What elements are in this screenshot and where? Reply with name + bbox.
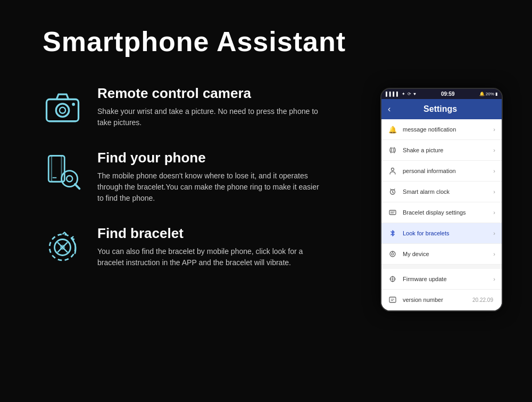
feature-phone-text: Find your phone The mobile phone doesn't… — [97, 150, 319, 204]
signal-icons: ▌▌▌▌ ✦ ⟳ ♥ — [386, 92, 417, 96]
settings-list: 🔔 message notification › Shake a picture… — [381, 119, 502, 310]
feature-phone: Find your phone The mobile phone doesn't… — [43, 150, 319, 204]
display-label: Bracelet display settings — [403, 209, 493, 216]
svg-rect-20 — [389, 210, 396, 215]
notification-icon: 🔔 — [388, 125, 397, 134]
firmware-label: Firmware update — [403, 276, 493, 282]
svg-point-9 — [66, 176, 72, 182]
feature-camera: Remote control camera Shake your wrist a… — [43, 85, 319, 128]
page-title: Smartphone Assistant — [43, 26, 346, 58]
feature-bracelet-text: Find bracelet You can also find the brac… — [97, 225, 319, 268]
settings-item-look-bracelets[interactable]: Look for bracelets › — [381, 223, 502, 244]
svg-line-18 — [390, 189, 392, 190]
svg-line-8 — [75, 184, 79, 188]
display-arrow: › — [493, 209, 495, 216]
status-bar-right: 🔔 20% ▮ — [479, 92, 497, 96]
device-arrow: › — [493, 251, 495, 257]
status-bar-left: ▌▌▌▌ ✦ ⟳ ♥ — [386, 92, 417, 96]
shake-arrow: › — [493, 147, 495, 153]
look-bracelets-label: Look for bracelets — [403, 230, 493, 236]
bracelet-icon — [43, 227, 82, 267]
version-value: 20.22.09 — [472, 297, 493, 303]
settings-item-alarm[interactable]: Smart alarm clock › — [381, 182, 502, 202]
svg-rect-13 — [392, 148, 394, 152]
svg-point-14 — [392, 168, 394, 171]
device-icon — [388, 249, 397, 259]
settings-item-firmware[interactable]: Firmware update › — [381, 269, 502, 290]
look-bracelets-arrow: › — [493, 230, 495, 236]
personal-icon — [388, 166, 397, 176]
feature-bracelet-description: You can also find the bracelet by mobile… — [97, 246, 319, 268]
feature-phone-description: The mobile phone doesn't know where to l… — [97, 170, 319, 204]
settings-header: ‹ Settings — [381, 99, 502, 119]
settings-item-shake[interactable]: Shake a picture › — [381, 140, 502, 161]
phone-icon — [43, 152, 82, 192]
phone-status-bar: ▌▌▌▌ ✦ ⟳ ♥ 09:59 🔔 20% ▮ — [381, 89, 502, 99]
shake-icon — [388, 145, 397, 155]
svg-point-2 — [60, 108, 65, 113]
settings-item-device[interactable]: My device › — [381, 244, 502, 265]
status-time: 09:59 — [441, 91, 455, 97]
bluetooth-icon — [388, 228, 397, 238]
feature-bracelet: Find bracelet You can also find the brac… — [43, 225, 319, 268]
alarm-label: Smart alarm clock — [403, 188, 493, 195]
settings-item-display[interactable]: Bracelet display settings › — [381, 202, 502, 223]
features-section: Remote control camera Shake your wrist a… — [43, 85, 319, 290]
display-icon — [388, 208, 397, 217]
notification-arrow: › — [493, 126, 495, 133]
back-button[interactable]: ‹ — [388, 104, 390, 114]
svg-rect-0 — [47, 100, 79, 121]
device-label: My device — [403, 251, 493, 257]
svg-rect-32 — [389, 297, 396, 302]
feature-camera-description: Shake your wrist and take a picture. No … — [97, 106, 319, 128]
personal-arrow: › — [493, 168, 495, 174]
settings-title: Settings — [396, 104, 485, 114]
firmware-arrow: › — [493, 276, 495, 282]
notification-label: message notification — [403, 126, 493, 133]
feature-bracelet-heading: Find bracelet — [97, 225, 319, 242]
shake-label: Shake a picture — [403, 147, 493, 153]
version-icon — [388, 295, 397, 305]
personal-label: personal information — [403, 168, 493, 174]
camera-icon — [43, 87, 82, 127]
settings-item-notification[interactable]: 🔔 message notification › — [381, 119, 502, 140]
svg-line-19 — [394, 189, 395, 190]
feature-camera-text: Remote control camera Shake your wrist a… — [97, 85, 319, 128]
settings-item-personal[interactable]: personal information › — [381, 161, 502, 182]
alarm-arrow: › — [493, 188, 495, 195]
settings-divider — [381, 265, 502, 269]
version-label: version number — [403, 297, 472, 303]
svg-line-17 — [393, 192, 394, 193]
settings-item-version: version number 20.22.09 — [381, 290, 502, 310]
svg-point-12 — [60, 245, 65, 250]
battery-icon: 🔔 20% ▮ — [479, 92, 497, 96]
feature-camera-heading: Remote control camera — [97, 85, 319, 102]
svg-point-27 — [392, 278, 394, 280]
svg-point-3 — [72, 103, 75, 106]
firmware-icon — [388, 274, 397, 284]
feature-phone-heading: Find your phone — [97, 150, 319, 166]
svg-point-24 — [392, 253, 394, 255]
alarm-icon — [388, 187, 397, 196]
phone-mockup: ▌▌▌▌ ✦ ⟳ ♥ 09:59 🔔 20% ▮ ‹ Settings 🔔 me… — [380, 88, 503, 311]
svg-point-1 — [56, 104, 69, 117]
